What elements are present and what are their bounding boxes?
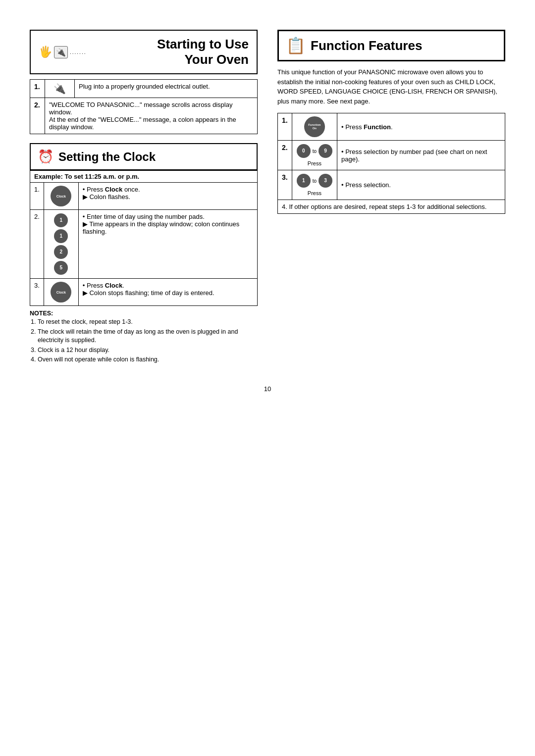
bullet1: • Press selection. [341,181,391,189]
function-button-icon: FunctionOn [304,116,325,137]
welcome-text: "WELCOME TO PANASONIC..." message scroll… [49,101,236,131]
starting-header-text: Starting to Use Your Oven [91,37,249,67]
select-range-cell: 1 to 3 Press [292,170,337,200]
function-step-3: 3. 1 to 3 Press • Press selection. [278,170,505,200]
btn-2: 2 [54,245,68,259]
press-label2: Press [308,190,321,196]
function-header: 📋 Function Features [277,30,505,61]
notes-list: To reset the clock, repeat step 1-3. The… [30,318,258,364]
notes-title: NOTES: [30,310,53,317]
clock-btn-label2: Clock [56,291,66,294]
clock-step-2: 2. 1 1 2 5 • Enter time of day using the… [30,210,258,279]
clock-button-cell2: Clock [44,279,78,306]
function-title: Function Features [311,38,422,53]
clock-icon: ⏰ [38,149,54,164]
starting-header: 🖐 🔌 ....... Starting to Use Your Oven [30,30,258,74]
press-label: Press [308,160,321,166]
setting-clock-title: Setting the Clock [58,150,156,164]
btn-9: 9 [319,144,332,158]
step-number: 2. [30,98,45,134]
clock-button-icon: Clock [51,186,71,206]
btn-1-func: 1 [297,174,311,188]
bullet1: • Enter time of day using the number pad… [83,213,205,220]
step-number: 2. [278,141,292,170]
table-row: 1. 🔌 Plug into a properly grounded elect… [30,80,258,98]
step-number: 2. [30,210,44,279]
number-buttons-cell: 1 1 2 5 [44,210,78,279]
step-number: 3. [30,279,44,306]
notes-section: NOTES: To reset the clock, repeat step 1… [30,310,258,364]
func-btn-label: FunctionOn [308,123,321,130]
starting-title-line1: Starting to Use [157,37,249,52]
step1-text: Plug into a properly grounded electrical… [79,83,210,90]
step-number: 1. [278,113,292,141]
clock-table: Example: To set 11:25 a.m. or p.m. 1. Cl… [30,170,258,306]
list-item: The clock will retain the time of day as… [38,328,258,345]
step2-text: "WELCOME TO PANASONIC..." message scroll… [45,98,258,134]
page-number: 10 [30,385,505,393]
function-icon: 📋 [286,36,306,55]
two-column-layout: 🖐 🔌 ....... Starting to Use Your Oven 1.… [30,30,505,365]
right-column: 📋 Function Features This unique function… [277,30,505,365]
to-label: to [313,149,317,154]
bullet1: • Press selection by number pad (see cha… [341,148,487,163]
bullet2: ▶ Colon stops flashing; time of day is e… [83,289,214,297]
select-range-icon: 1 to 3 Press [296,173,333,197]
step-text: Plug into a properly grounded electrical… [75,80,258,98]
step4-text: 4. If other options are desired, repeat … [278,200,505,214]
btn-5: 5 [54,261,68,275]
function-button-cell: FunctionOn [292,113,337,141]
bullet1: • Press Clock once. [83,186,140,193]
step1-bullets: • Press Clock once. ▶ Colon flashes. [78,183,257,210]
plug-icon-cell: 🔌 [45,80,75,98]
step-number: 3. [278,170,292,200]
plug-icon: 🔌 [54,83,66,94]
left-column: 🖐 🔌 ....... Starting to Use Your Oven 1.… [30,30,258,365]
step2-bullets: • Enter time of day using the number pad… [78,210,257,279]
clock-button-cell: Clock [44,183,78,210]
bullet2: ▶ Colon flashes. [83,193,130,201]
dots-decoration: ....... [70,50,86,55]
clock-btn-label: Clock [56,195,66,198]
example-label: Example: To set 11:25 a.m. or p.m. [30,171,258,183]
oven-plug-icon: 🖐 🔌 ....... [39,46,86,58]
step3-text: • Press selection. [337,170,505,200]
starting-title-line2: Your Oven [184,52,249,67]
starting-table: 1. 🔌 Plug into a properly grounded elect… [30,79,258,134]
step-number: 1. [30,183,44,210]
btn-0: 0 [297,144,311,158]
setting-clock-header: ⏰ Setting the Clock [30,143,258,170]
bullet1: • Press Clock. [83,282,124,289]
step2-text: • Press selection by number pad (see cha… [337,141,505,170]
function-step-4: 4. If other options are desired, repeat … [278,200,505,214]
btn-1b: 1 [54,229,68,243]
page: 🖐 🔌 ....... Starting to Use Your Oven 1.… [0,0,535,756]
list-item: Clock is a 12 hour display. [38,346,258,355]
to-label2: to [313,178,317,184]
step1-text: • Press Function. [337,113,505,141]
step3-bullets: • Press Clock. ▶ Colon stops flashing; t… [78,279,257,306]
bullet2: ▶ Time appears in the display window; co… [83,220,239,235]
btn-3-func: 3 [319,174,332,188]
clock-step-3: 3. Clock • Press Clock. ▶ Colon stops fl… [30,279,258,306]
number-range-icon: 0 to 9 Press [296,144,333,167]
step-number: 1. [30,80,45,98]
bullet1: • Press Function. [341,123,393,131]
function-step-1: 1. FunctionOn • Press Function. [278,113,505,141]
table-row: 2. "WELCOME TO PANASONIC..." message scr… [30,98,258,134]
btn-1: 1 [54,213,68,227]
function-table: 1. FunctionOn • Press Function. 2. [277,113,505,214]
clock-step-1: 1. Clock • Press Clock once. ▶ Colon fla… [30,183,258,210]
list-item: Oven will not operate while colon is fla… [38,355,258,364]
example-row: Example: To set 11:25 a.m. or p.m. [30,171,258,183]
number-buttons: 1 1 2 5 [48,213,74,275]
function-step-2: 2. 0 to 9 Press • Press selection by [278,141,505,170]
number-range-cell: 0 to 9 Press [292,141,337,170]
clock-button-icon2: Clock [51,282,71,302]
function-description: This unique function of your PANASONIC m… [277,67,505,106]
list-item: To reset the clock, repeat step 1-3. [38,318,258,327]
